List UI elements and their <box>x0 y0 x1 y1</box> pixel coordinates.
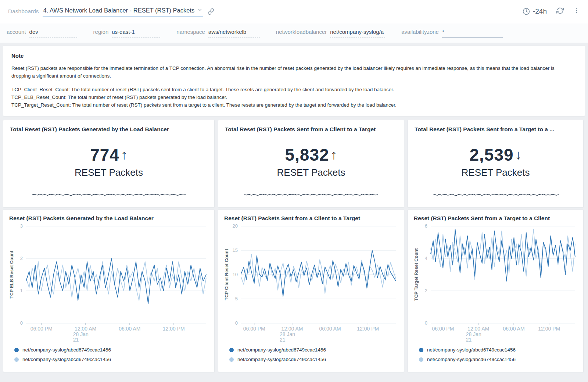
chart-panel-elb-reset: Reset (RST) Packets Generated by the Loa… <box>3 210 215 372</box>
series-color-dot <box>419 357 423 362</box>
note-definition: TCP_Client_Reset_Count: The total number… <box>11 86 577 94</box>
refresh-icon <box>556 7 564 14</box>
line-chart[interactable]: 0510152006:00 PM12:00 AM28 Jan2106:00 AM… <box>224 223 400 344</box>
svg-text:1: 1 <box>20 288 23 293</box>
svg-text:3: 3 <box>20 223 23 229</box>
svg-text:12:00 PM: 12:00 PM <box>538 326 560 332</box>
note-definition: TCP_ELB_Reset_Count: The total number of… <box>11 94 577 101</box>
legend-label: net/company-syslog/abcd6749ccac1456 <box>427 347 516 353</box>
chart-panel-target-reset: Reset (RST) Packets Sent from a Target t… <box>408 210 584 372</box>
sparkline <box>433 191 559 199</box>
line-chart[interactable]: 012306:00 PM12:00 AM28 Jan2106:00 AM12:0… <box>9 223 211 344</box>
trend-up-icon: ↑ <box>121 147 128 163</box>
svg-text:21: 21 <box>73 337 79 343</box>
stat-value: 2,539 <box>469 145 513 165</box>
svg-text:12:00 PM: 12:00 PM <box>357 326 379 332</box>
line-chart[interactable]: 024606:00 PM12:00 AM28 Jan2106:00 AM12:0… <box>414 223 580 344</box>
stat-panel-client-reset: Total Reset (RST) Packets Sent from a Cl… <box>218 120 404 207</box>
share-link-icon[interactable] <box>208 8 214 15</box>
filter-availabilityzone[interactable]: availabilityzone * <box>401 29 503 38</box>
legend-item[interactable]: net/company-syslog/abcd6749ccac1456 <box>419 345 577 355</box>
refresh-button[interactable] <box>556 7 564 16</box>
series-color-dot <box>14 357 19 362</box>
filter-networkloadbalancer[interactable]: networkloadbalancer net/company-syslog/a <box>276 29 385 38</box>
sparkline <box>32 191 186 199</box>
legend-item[interactable]: net/company-syslog/abcd6749ccac1456 <box>229 355 398 364</box>
svg-text:10: 10 <box>233 272 238 277</box>
legend-label: net/company-syslog/abcd6749ccac1456 <box>237 347 326 353</box>
dashboard-title-dropdown[interactable]: 4. AWS Network Load Balancer - RESET (RS… <box>43 6 204 17</box>
panel-title: Total Reset (RST) Packets Sent from a Ta… <box>415 126 577 133</box>
filter-availabilityzone-input[interactable]: * <box>442 29 503 38</box>
trend-up-icon: ↑ <box>331 147 337 163</box>
svg-text:06:00 PM: 06:00 PM <box>243 326 265 332</box>
series-color-dot <box>14 348 19 352</box>
legend-item[interactable]: net/company-syslog/abcd6749ccac1456 <box>14 355 208 364</box>
filter-account[interactable]: account dev <box>7 29 77 38</box>
svg-text:0: 0 <box>425 320 427 326</box>
svg-text:6: 6 <box>425 223 427 229</box>
stat-value: 774 <box>90 145 119 165</box>
filter-networkloadbalancer-input[interactable]: net/company-syslog/a <box>330 29 385 38</box>
svg-text:15: 15 <box>233 247 238 253</box>
dashboard-body: Note Reset (RST) packets are responsible… <box>0 43 588 375</box>
y-axis-label: TCP Client Reset Count <box>223 226 230 323</box>
svg-text:12:00 AM: 12:00 AM <box>281 326 303 332</box>
svg-text:21: 21 <box>280 337 286 343</box>
page-title: 4. AWS Network Load Balancer - RESET (RS… <box>43 7 195 14</box>
legend-label: net/company-syslog/abcd6749ccac1456 <box>427 357 516 362</box>
svg-text:12:00 PM: 12:00 PM <box>163 326 185 332</box>
svg-text:21: 21 <box>466 337 472 343</box>
trend-down-icon: ↓ <box>515 147 522 163</box>
legend-label: net/company-syslog/abcd6749ccac1456 <box>237 357 326 362</box>
filter-region-input[interactable]: us-east-1 <box>112 29 160 38</box>
stat-panel-elb-reset: Total Reset (RST) Packets Generated by t… <box>3 120 215 207</box>
series-color-dot <box>419 348 423 352</box>
svg-text:4: 4 <box>425 256 427 261</box>
time-range-label: -24h <box>533 7 547 15</box>
y-axis-label: TCP Target Reset Count <box>413 226 420 323</box>
chart-legend: net/company-syslog/abcd6749ccac1456 net/… <box>224 344 400 364</box>
svg-text:28 Jan: 28 Jan <box>280 331 295 337</box>
stat-unit: RESET Packets <box>277 167 345 178</box>
stat-unit: RESET Packets <box>75 167 143 178</box>
filter-label: region <box>93 29 109 35</box>
svg-text:28 Jan: 28 Jan <box>466 331 481 337</box>
panel-title: Reset (RST) Packets Sent from a Target t… <box>414 215 580 222</box>
svg-text:5: 5 <box>235 296 238 301</box>
note-panel: Note Reset (RST) packets are responsible… <box>3 46 585 116</box>
more-options-button[interactable] <box>573 7 580 15</box>
svg-text:2: 2 <box>20 256 23 261</box>
svg-text:12:00 AM: 12:00 AM <box>467 326 489 332</box>
svg-text:06:00 PM: 06:00 PM <box>432 326 454 332</box>
svg-text:12:00 AM: 12:00 AM <box>75 326 96 332</box>
time-range-control[interactable]: -24h <box>523 7 547 15</box>
series-color-dot <box>229 357 234 362</box>
filter-bar: account dev region us-east-1 namespace a… <box>0 23 588 43</box>
filter-label: account <box>7 29 26 35</box>
svg-text:2: 2 <box>425 288 427 293</box>
chevron-down-icon <box>197 7 202 14</box>
filter-namespace-input[interactable]: aws/networkelb <box>208 29 260 38</box>
svg-text:06:00 AM: 06:00 AM <box>503 326 524 332</box>
top-toolbar: Dashboards 4. AWS Network Load Balancer … <box>0 0 588 23</box>
filter-region[interactable]: region us-east-1 <box>93 29 161 38</box>
filter-namespace[interactable]: namespace aws/networkelb <box>176 29 260 38</box>
stat-panel-target-reset: Total Reset (RST) Packets Sent from a Ta… <box>408 120 584 207</box>
sparkline <box>244 191 379 199</box>
stat-unit: RESET Packets <box>462 167 530 178</box>
filter-label: namespace <box>176 29 205 35</box>
legend-item[interactable]: net/company-syslog/abcd6749ccac1456 <box>14 345 208 355</box>
svg-text:0: 0 <box>20 320 23 326</box>
legend-item[interactable]: net/company-syslog/abcd6749ccac1456 <box>229 345 398 355</box>
svg-text:06:00 PM: 06:00 PM <box>31 326 53 332</box>
note-definition: TCP_Target_Reset_Count: The total number… <box>11 101 577 109</box>
filter-account-input[interactable]: dev <box>29 29 77 38</box>
svg-text:0: 0 <box>235 320 238 326</box>
panel-title: Reset (RST) Packets Generated by the Loa… <box>9 215 211 222</box>
breadcrumb[interactable]: Dashboards <box>8 8 39 15</box>
legend-item[interactable]: net/company-syslog/abcd6749ccac1456 <box>419 355 577 364</box>
filter-label: availabilityzone <box>401 29 439 35</box>
legend-label: net/company-syslog/abcd6749ccac1456 <box>22 347 111 353</box>
filter-label: networkloadbalancer <box>276 29 327 35</box>
